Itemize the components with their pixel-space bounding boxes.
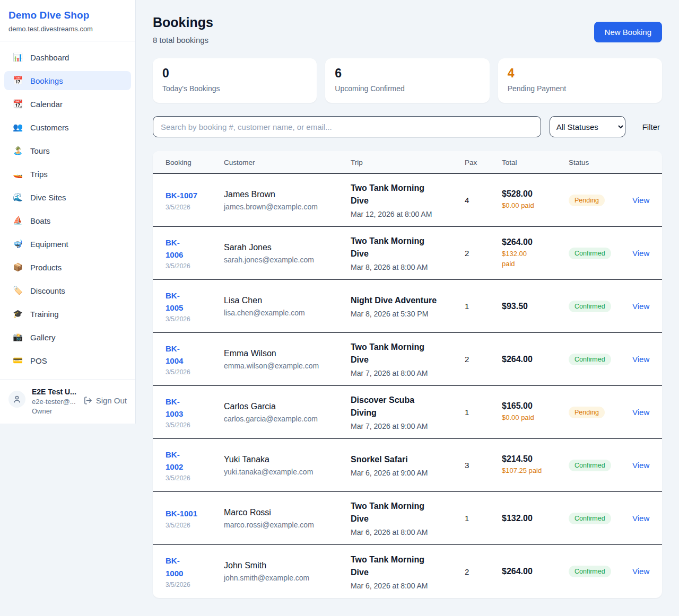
sidebar-header: Demo Dive Shop demo.test.divestreams.com xyxy=(0,0,135,41)
stat-card: 0 Today's Bookings xyxy=(153,58,317,103)
view-booking-link[interactable]: View xyxy=(632,567,649,576)
trip-datetime: Mar 6, 2026 at 8:00 AM xyxy=(351,582,465,590)
user-icon xyxy=(12,394,22,404)
trip-name: Two Tank Morning Dive xyxy=(351,235,465,260)
page-header: Bookings 8 total bookings New Booking xyxy=(153,15,662,45)
customer-name: Emma Wilson xyxy=(224,349,351,358)
customer-cell: Carlos Garcia carlos.garcia@example.com xyxy=(224,402,351,423)
sidebar-item-pos[interactable]: 💳 POS xyxy=(4,351,131,370)
stat-label: Upcoming Confirmed xyxy=(335,84,480,93)
shop-name: Demo Dive Shop xyxy=(8,10,127,21)
sidebar-item-label: Customers xyxy=(30,123,69,132)
trip-name: Snorkel Safari xyxy=(351,453,465,466)
sidebar-item-bookings[interactable]: 📅 Bookings xyxy=(4,71,131,90)
page-title: Bookings xyxy=(153,15,213,30)
user-role: Owner xyxy=(32,407,77,415)
view-booking-link[interactable]: View xyxy=(632,196,649,205)
total-cell: $165.00 $0.00 paid xyxy=(502,401,569,423)
sidebar-item-products[interactable]: 📦 Products xyxy=(4,258,131,277)
view-booking-link[interactable]: View xyxy=(632,249,649,258)
search-input[interactable] xyxy=(153,116,541,137)
sidebar-item-tours[interactable]: 🏝️ Tours xyxy=(4,141,131,160)
tours-icon: 🏝️ xyxy=(12,146,23,155)
new-booking-button[interactable]: New Booking xyxy=(594,22,662,42)
booking-id-link[interactable]: BK- 1005 xyxy=(166,289,183,314)
customer-name: Yuki Tanaka xyxy=(224,455,351,464)
booking-id-link[interactable]: BK- 1006 xyxy=(166,236,183,261)
sidebar-item-calendar[interactable]: 📆 Calendar xyxy=(4,94,131,113)
table-row: BK-1001 3/5/2026 Marco Rossi marco.rossi… xyxy=(153,492,662,545)
sidebar-item-dashboard[interactable]: 📊 Dashboard xyxy=(4,48,131,67)
view-cell: View xyxy=(632,249,649,258)
user-name: E2E Test U... xyxy=(32,388,77,396)
sidebar-item-trips[interactable]: 🚤 Trips xyxy=(4,164,131,183)
customer-name: Carlos Garcia xyxy=(224,402,351,411)
view-cell: View xyxy=(632,567,649,576)
sidebar-item-label: Boats xyxy=(30,216,50,225)
status-cell: Confirmed xyxy=(569,460,632,471)
amount-paid: $0.00 paid xyxy=(502,201,569,211)
status-badge: Confirmed xyxy=(569,301,611,312)
sidebar: Demo Dive Shop demo.test.divestreams.com… xyxy=(0,0,136,424)
trip-cell: Night Dive Adventure Mar 8, 2026 at 5:30… xyxy=(351,294,465,318)
boats-icon: ⛵ xyxy=(12,216,23,225)
sidebar-item-boats[interactable]: ⛵ Boats xyxy=(4,211,131,230)
status-cell: Pending xyxy=(569,195,632,206)
pax-count: 1 xyxy=(465,302,502,311)
total-amount: $264.00 xyxy=(502,237,569,247)
sidebar-item-dive-sites[interactable]: 🌊 Dive Sites xyxy=(4,188,131,207)
sign-out-button[interactable]: Sign Out xyxy=(83,396,127,405)
view-cell: View xyxy=(632,408,649,417)
view-booking-link[interactable]: View xyxy=(632,461,649,470)
stat-card: 6 Upcoming Confirmed xyxy=(325,58,489,103)
filter-button[interactable]: Filter xyxy=(642,122,660,131)
sidebar-item-label: Trips xyxy=(30,170,48,179)
trip-name: Two Tank Morning Dive xyxy=(351,500,465,525)
pax-count: 2 xyxy=(465,567,502,576)
column-header-trip: Trip xyxy=(351,159,465,166)
customer-email: yuki.tanaka@example.com xyxy=(224,468,351,476)
status-select[interactable]: All Statuses xyxy=(550,116,625,137)
customer-email: john.smith@example.com xyxy=(224,574,351,582)
sidebar-item-gallery[interactable]: 📸 Gallery xyxy=(4,328,131,347)
trip-cell: Two Tank Morning Dive Mar 12, 2026 at 8:… xyxy=(351,182,465,218)
view-booking-link[interactable]: View xyxy=(632,408,649,417)
table-body: BK-1007 3/5/2026 James Brown james.brown… xyxy=(153,174,662,598)
sidebar-item-label: Bookings xyxy=(30,76,63,85)
booking-id-link[interactable]: BK- 1000 xyxy=(166,555,183,579)
customer-cell: Emma Wilson emma.wilson@example.com xyxy=(224,349,351,370)
booking-id-link[interactable]: BK-1001 xyxy=(166,507,197,520)
trip-datetime: Mar 6, 2026 at 9:00 AM xyxy=(351,469,465,477)
booking-id-link[interactable]: BK- 1003 xyxy=(166,395,183,420)
status-cell: Confirmed xyxy=(569,301,632,312)
discounts-icon: 🏷️ xyxy=(12,286,23,295)
pax-count: 4 xyxy=(465,196,502,205)
customer-name: Lisa Chen xyxy=(224,296,351,305)
trip-name: Two Tank Morning Dive xyxy=(351,341,465,366)
sidebar-item-label: Tours xyxy=(30,146,50,155)
booking-id-link[interactable]: BK- 1002 xyxy=(166,448,183,473)
amount-paid: $107.25 paid xyxy=(502,466,569,476)
table-row: BK- 1000 3/5/2026 John Smith john.smith@… xyxy=(153,545,662,598)
trip-name: Two Tank Morning Dive xyxy=(351,182,465,207)
view-booking-link[interactable]: View xyxy=(632,355,649,364)
stats-cards: 0 Today's Bookings 6 Upcoming Confirmed … xyxy=(153,58,662,103)
customer-email: emma.wilson@example.com xyxy=(224,362,351,370)
sidebar-item-label: Training xyxy=(30,310,59,319)
booking-id-link[interactable]: BK- 1004 xyxy=(166,342,183,367)
user-section: E2E Test U... e2e-tester@... Owner Sign … xyxy=(0,380,135,424)
trip-datetime: Mar 7, 2026 at 8:00 AM xyxy=(351,369,465,377)
trip-name: Night Dive Adventure xyxy=(351,294,465,307)
booking-id-link[interactable]: BK-1007 xyxy=(166,189,197,201)
status-badge: Pending xyxy=(569,195,605,206)
view-booking-link[interactable]: View xyxy=(632,514,649,523)
sidebar-item-equipment[interactable]: 🤿 Equipment xyxy=(4,234,131,253)
amount-paid: $132.00 paid xyxy=(502,249,569,269)
sidebar-item-discounts[interactable]: 🏷️ Discounts xyxy=(4,281,131,300)
customers-icon: 👥 xyxy=(12,122,23,132)
sidebar-item-customers[interactable]: 👥 Customers xyxy=(4,118,131,137)
status-badge: Confirmed xyxy=(569,513,611,524)
sidebar-item-training[interactable]: 🎓 Training xyxy=(4,304,131,323)
view-booking-link[interactable]: View xyxy=(632,302,649,311)
equipment-icon: 🤿 xyxy=(12,239,23,249)
